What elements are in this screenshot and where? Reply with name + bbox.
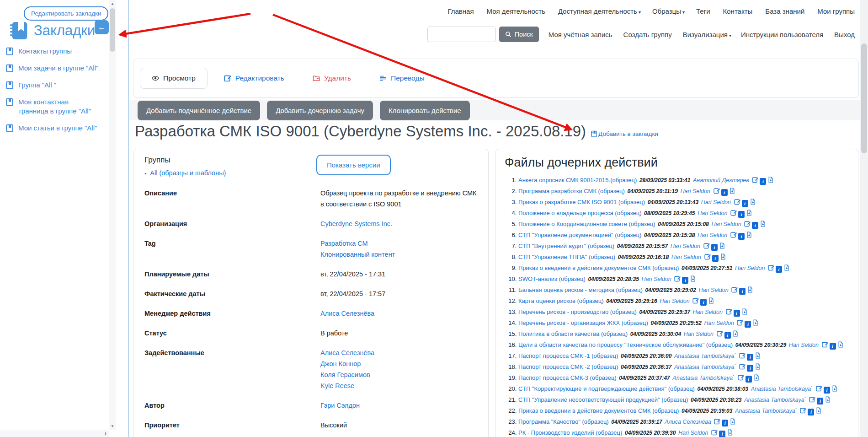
scroll-down-icon[interactable]: ▼ <box>109 424 116 428</box>
info-icon[interactable]: i <box>711 244 718 251</box>
file-link[interactable]: Перечень рисков - организация ЖКХ (образ… <box>518 319 648 326</box>
info-icon[interactable]: i <box>719 431 725 437</box>
download-file-icon[interactable] <box>741 308 748 315</box>
download-file-icon[interactable] <box>755 363 761 370</box>
download-file-icon[interactable] <box>746 210 752 216</box>
edit-icon[interactable] <box>674 275 681 282</box>
info-icon[interactable]: i <box>742 200 748 207</box>
file-author-link[interactable]: Anastasia Tambolskaya` <box>735 408 797 414</box>
edit-icon[interactable] <box>726 308 732 315</box>
file-link[interactable]: SWOT-анализ (образец) <box>518 275 586 282</box>
download-file-icon[interactable] <box>732 330 739 337</box>
info-icon[interactable]: i <box>745 321 751 328</box>
nav-my-groups[interactable]: Мои группы <box>817 7 856 15</box>
detail-value-line[interactable]: Джон Коннор <box>320 358 374 369</box>
edit-icon[interactable] <box>822 341 828 348</box>
file-author-link[interactable]: Anastasia Tambolskaya` <box>674 364 736 370</box>
sidebar-bookmark-item[interactable]: Группа "All " <box>5 81 99 90</box>
file-author-link[interactable]: Hari Seldon <box>704 320 734 326</box>
show-versions-button[interactable]: Показать версии <box>316 155 391 175</box>
file-link[interactable]: Приказ о введении в действие документов … <box>518 407 679 414</box>
nav-home[interactable]: Главная <box>447 7 475 15</box>
file-author-link[interactable]: Hari Seldon <box>660 298 689 304</box>
file-link[interactable]: Анкета опросник СМК 9001-2015.(образец) <box>518 177 637 183</box>
info-icon[interactable]: i <box>724 332 731 339</box>
download-file-icon[interactable] <box>755 352 761 359</box>
edit-icon[interactable] <box>734 199 740 205</box>
nav-my-account[interactable]: Моя учётная запись <box>548 31 614 38</box>
detail-value-line[interactable]: Kyle Reese <box>320 380 374 391</box>
file-link[interactable]: Бальная оценка рисков - методика (образе… <box>518 286 643 293</box>
edit-icon[interactable] <box>738 374 744 381</box>
nav-visualization[interactable]: Визуализация▾ <box>683 31 731 38</box>
file-author-link[interactable]: Анатолий Дегтярев <box>693 177 749 183</box>
download-file-icon[interactable] <box>730 418 736 425</box>
edit-icon[interactable] <box>692 297 699 304</box>
detail-value-line[interactable]: Гэри Сэлдон <box>320 400 360 411</box>
info-icon[interactable]: i <box>776 266 782 273</box>
edit-bookmarks-button[interactable]: Редактировать закладки <box>24 6 108 21</box>
collapse-drawer-button[interactable]: ← <box>95 20 109 34</box>
file-author-link[interactable]: Hari Seldon <box>701 199 731 205</box>
file-link[interactable]: Паспорт процесса СМК -1 (образец) <box>518 352 618 359</box>
download-file-icon[interactable] <box>729 188 735 194</box>
info-icon[interactable]: i <box>817 398 823 405</box>
search-input[interactable] <box>427 27 496 42</box>
file-author-link[interactable]: Hari Seldon <box>642 276 671 282</box>
edit-icon[interactable] <box>714 188 720 194</box>
file-author-link[interactable]: Hari Seldon <box>698 210 727 216</box>
info-icon[interactable]: i <box>700 299 707 306</box>
file-author-link[interactable]: Anastasia Tambolskaya` <box>744 397 806 403</box>
page-scrollbar-thumb[interactable] <box>861 43 867 153</box>
download-file-icon[interactable] <box>825 396 831 403</box>
file-author-link[interactable]: Anastasia Tambolskaya` <box>672 375 735 381</box>
file-author-link[interactable]: Hari Seldon <box>671 243 700 249</box>
edit-icon[interactable] <box>739 352 746 359</box>
add-to-bookmarks-link[interactable]: Добавить в закладки <box>591 130 658 137</box>
download-file-icon[interactable] <box>837 341 844 348</box>
download-file-icon[interactable] <box>720 254 726 260</box>
edit-icon[interactable] <box>768 264 774 271</box>
download-file-icon[interactable] <box>750 199 756 205</box>
file-link[interactable]: СТП "Управление документацией" (образец) <box>518 232 641 238</box>
file-link[interactable]: Паспорт процесса СМК-3 (образец) <box>518 374 617 381</box>
scroll-up-icon[interactable]: ▲ <box>109 2 116 6</box>
tab-delete[interactable]: Удалить <box>301 68 363 89</box>
nav-samples[interactable]: Образцы▾ <box>652 7 685 15</box>
nav-tags[interactable]: Теги <box>696 7 712 15</box>
file-link[interactable]: Положение о владельце процесса (образец) <box>518 210 641 216</box>
sidebar-horizontal-scrollbar[interactable]: › <box>0 430 109 437</box>
download-file-icon[interactable] <box>690 275 696 282</box>
edit-icon[interactable] <box>731 286 738 293</box>
download-file-icon[interactable] <box>708 297 714 304</box>
info-icon[interactable]: i <box>722 420 728 426</box>
sidebar-vertical-scrollbar[interactable]: ▲ ▼ <box>109 0 116 430</box>
edit-icon[interactable] <box>704 254 711 260</box>
file-link[interactable]: СТП "Корректирующие и подтверждающие дей… <box>518 385 695 392</box>
info-icon[interactable]: i <box>746 376 752 383</box>
detail-value-line[interactable]: Клонированный контент <box>320 249 395 260</box>
download-file-icon[interactable] <box>783 264 790 271</box>
info-icon[interactable]: i <box>747 354 753 361</box>
info-icon[interactable]: i <box>721 189 728 196</box>
nav-user-instructions[interactable]: Инструкции пользователя <box>741 31 825 38</box>
download-file-icon[interactable] <box>831 385 838 392</box>
download-file-icon[interactable] <box>746 232 752 238</box>
detail-value-line[interactable]: Cyberdyne Systems Inc. <box>320 218 392 229</box>
file-author-link[interactable]: Hari Seldon <box>681 188 710 194</box>
info-icon[interactable]: i <box>808 409 814 415</box>
edit-icon[interactable] <box>730 232 737 238</box>
download-file-icon[interactable] <box>727 429 733 436</box>
tab-view[interactable]: Просмотр <box>140 68 208 89</box>
download-file-icon[interactable] <box>760 221 766 227</box>
file-link[interactable]: СТП "Внутренний аудит" (образец) <box>518 243 614 249</box>
edit-icon[interactable] <box>711 429 718 436</box>
nav-available-activity[interactable]: Доступная деятельность▾ <box>558 7 641 15</box>
download-file-icon[interactable] <box>767 177 774 183</box>
info-icon[interactable]: i <box>830 343 836 350</box>
download-file-icon[interactable] <box>719 243 725 249</box>
action-button[interactable]: Клонировать действие <box>380 101 470 120</box>
edit-icon[interactable] <box>752 177 758 183</box>
file-author-link[interactable]: Hari Seldon <box>684 331 714 337</box>
detail-value-line[interactable]: Алиса Селезнёва <box>320 308 374 319</box>
